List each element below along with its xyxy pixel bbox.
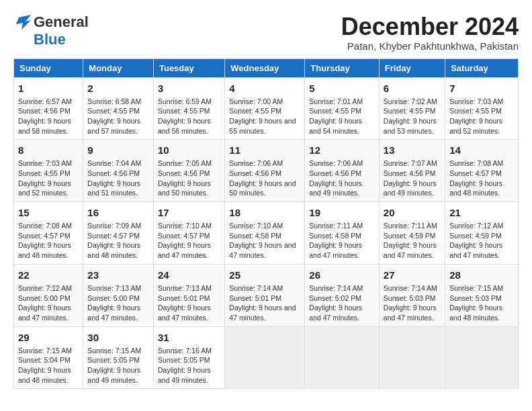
logo: General Blue <box>13 13 89 48</box>
calendar-cell: 3Sunrise: 6:59 AMSunset: 4:55 PMDaylight… <box>153 77 224 140</box>
day-number: 27 <box>384 268 441 282</box>
day-info: Sunrise: 7:09 AMSunset: 4:57 PMDaylight:… <box>87 222 141 259</box>
day-info: Sunrise: 7:07 AMSunset: 4:56 PMDaylight:… <box>384 159 437 197</box>
day-number: 7 <box>449 81 514 95</box>
calendar-cell: 12Sunrise: 7:06 AMSunset: 4:56 PMDayligh… <box>305 140 380 202</box>
day-info: Sunrise: 7:14 AMSunset: 5:01 PMDaylight:… <box>229 284 296 322</box>
calendar-cell <box>379 326 445 389</box>
col-friday: Friday <box>379 58 445 77</box>
day-info: Sunrise: 7:15 AMSunset: 5:05 PMDaylight:… <box>87 347 141 384</box>
day-info: Sunrise: 6:57 AMSunset: 4:56 PMDaylight:… <box>18 97 72 135</box>
calendar-cell: 2Sunrise: 6:58 AMSunset: 4:55 PMDaylight… <box>83 77 154 140</box>
day-number: 26 <box>309 268 375 282</box>
day-number: 24 <box>158 268 220 282</box>
logo-text-blue: Blue <box>34 31 66 48</box>
calendar-cell <box>305 326 380 389</box>
logo-icon <box>13 15 31 30</box>
day-number: 20 <box>384 205 441 220</box>
day-number: 13 <box>384 143 441 157</box>
calendar-cell: 16Sunrise: 7:09 AMSunset: 4:57 PMDayligh… <box>83 202 154 265</box>
calendar-cell: 21Sunrise: 7:12 AMSunset: 4:59 PMDayligh… <box>445 202 519 265</box>
calendar-cell: 19Sunrise: 7:11 AMSunset: 4:58 PMDayligh… <box>305 202 380 265</box>
calendar-cell: 9Sunrise: 7:04 AMSunset: 4:56 PMDaylight… <box>83 140 154 202</box>
day-info: Sunrise: 7:12 AMSunset: 5:00 PMDaylight:… <box>18 284 72 322</box>
title-block: December 2024 Patan, Khyber Pakhtunkhwa,… <box>341 13 519 52</box>
day-number: 9 <box>87 143 149 157</box>
calendar-cell: 31Sunrise: 7:16 AMSunset: 5:05 PMDayligh… <box>153 326 224 389</box>
day-info: Sunrise: 7:11 AMSunset: 4:59 PMDaylight:… <box>384 222 437 259</box>
day-info: Sunrise: 7:14 AMSunset: 5:02 PMDaylight:… <box>309 284 363 322</box>
calendar-cell: 15Sunrise: 7:08 AMSunset: 4:57 PMDayligh… <box>14 202 83 265</box>
calendar-cell: 26Sunrise: 7:14 AMSunset: 5:02 PMDayligh… <box>305 264 380 326</box>
calendar-cell: 20Sunrise: 7:11 AMSunset: 4:59 PMDayligh… <box>379 202 445 265</box>
day-info: Sunrise: 7:13 AMSunset: 5:01 PMDaylight:… <box>158 284 212 322</box>
day-number: 8 <box>18 143 79 157</box>
calendar-cell: 18Sunrise: 7:10 AMSunset: 4:58 PMDayligh… <box>225 202 305 265</box>
calendar-cell: 13Sunrise: 7:07 AMSunset: 4:56 PMDayligh… <box>379 140 445 202</box>
col-thursday: Thursday <box>305 58 380 77</box>
day-info: Sunrise: 7:01 AMSunset: 4:55 PMDaylight:… <box>309 97 363 135</box>
svg-marker-0 <box>16 15 31 30</box>
calendar-cell: 25Sunrise: 7:14 AMSunset: 5:01 PMDayligh… <box>225 264 305 326</box>
calendar-week-3: 15Sunrise: 7:08 AMSunset: 4:57 PMDayligh… <box>14 202 519 265</box>
calendar-cell <box>225 326 305 389</box>
calendar-cell: 22Sunrise: 7:12 AMSunset: 5:00 PMDayligh… <box>14 264 83 326</box>
day-info: Sunrise: 7:08 AMSunset: 4:57 PMDaylight:… <box>449 159 503 197</box>
day-info: Sunrise: 7:04 AMSunset: 4:56 PMDaylight:… <box>87 159 141 197</box>
day-info: Sunrise: 7:12 AMSunset: 4:59 PMDaylight:… <box>449 222 503 259</box>
day-number: 22 <box>18 268 79 282</box>
day-info: Sunrise: 6:58 AMSunset: 4:55 PMDaylight:… <box>87 97 141 135</box>
day-number: 17 <box>158 205 220 220</box>
day-number: 6 <box>384 81 441 95</box>
day-number: 10 <box>158 143 220 157</box>
calendar-cell: 28Sunrise: 7:15 AMSunset: 5:03 PMDayligh… <box>445 264 519 326</box>
day-number: 12 <box>309 143 375 157</box>
col-wednesday: Wednesday <box>225 58 305 77</box>
col-monday: Monday <box>83 58 154 77</box>
day-info: Sunrise: 7:10 AMSunset: 4:58 PMDaylight:… <box>229 222 296 259</box>
day-info: Sunrise: 7:16 AMSunset: 5:05 PMDaylight:… <box>158 347 212 384</box>
day-number: 18 <box>229 205 300 220</box>
day-info: Sunrise: 7:15 AMSunset: 5:04 PMDaylight:… <box>18 347 72 384</box>
col-tuesday: Tuesday <box>153 58 224 77</box>
day-number: 1 <box>18 81 79 95</box>
calendar-table: Sunday Monday Tuesday Wednesday Thursday… <box>13 58 519 390</box>
calendar-cell: 7Sunrise: 7:03 AMSunset: 4:55 PMDaylight… <box>445 77 519 140</box>
day-info: Sunrise: 7:10 AMSunset: 4:57 PMDaylight:… <box>158 222 212 259</box>
day-info: Sunrise: 6:59 AMSunset: 4:55 PMDaylight:… <box>158 97 212 135</box>
day-number: 3 <box>158 81 220 95</box>
page-header: General Blue December 2024 Patan, Khyber… <box>13 13 519 52</box>
day-info: Sunrise: 7:02 AMSunset: 4:55 PMDaylight:… <box>384 97 437 135</box>
day-number: 23 <box>87 268 149 282</box>
day-info: Sunrise: 7:06 AMSunset: 4:56 PMDaylight:… <box>309 159 363 197</box>
day-info: Sunrise: 7:11 AMSunset: 4:58 PMDaylight:… <box>309 222 363 259</box>
day-number: 4 <box>229 81 300 95</box>
col-saturday: Saturday <box>445 58 519 77</box>
logo-text-general: General <box>34 13 89 31</box>
calendar-week-4: 22Sunrise: 7:12 AMSunset: 5:00 PMDayligh… <box>14 264 519 326</box>
calendar-cell <box>445 326 519 389</box>
day-number: 15 <box>18 205 79 220</box>
calendar-cell: 17Sunrise: 7:10 AMSunset: 4:57 PMDayligh… <box>153 202 224 265</box>
month-title: December 2024 <box>341 13 519 40</box>
day-info: Sunrise: 7:15 AMSunset: 5:03 PMDaylight:… <box>449 284 503 322</box>
location-subtitle: Patan, Khyber Pakhtunkhwa, Pakistan <box>341 40 519 52</box>
calendar-week-1: 1Sunrise: 6:57 AMSunset: 4:56 PMDaylight… <box>14 77 519 140</box>
calendar-cell: 11Sunrise: 7:06 AMSunset: 4:56 PMDayligh… <box>225 140 305 202</box>
day-number: 21 <box>449 205 514 220</box>
day-info: Sunrise: 7:13 AMSunset: 5:00 PMDaylight:… <box>87 284 141 322</box>
day-info: Sunrise: 7:14 AMSunset: 5:03 PMDaylight:… <box>384 284 437 322</box>
calendar-cell: 1Sunrise: 6:57 AMSunset: 4:56 PMDaylight… <box>14 77 83 140</box>
calendar-cell: 27Sunrise: 7:14 AMSunset: 5:03 PMDayligh… <box>379 264 445 326</box>
day-info: Sunrise: 7:08 AMSunset: 4:57 PMDaylight:… <box>18 222 72 259</box>
day-number: 25 <box>229 268 300 282</box>
col-sunday: Sunday <box>14 58 83 77</box>
day-info: Sunrise: 7:00 AMSunset: 4:55 PMDaylight:… <box>229 97 296 135</box>
calendar-cell: 5Sunrise: 7:01 AMSunset: 4:55 PMDaylight… <box>305 77 380 140</box>
day-info: Sunrise: 7:03 AMSunset: 4:55 PMDaylight:… <box>18 159 72 197</box>
day-number: 30 <box>87 330 149 345</box>
calendar-body: 1Sunrise: 6:57 AMSunset: 4:56 PMDaylight… <box>14 77 519 389</box>
header-row: Sunday Monday Tuesday Wednesday Thursday… <box>14 58 519 77</box>
calendar-week-5: 29Sunrise: 7:15 AMSunset: 5:04 PMDayligh… <box>14 326 519 389</box>
day-number: 28 <box>449 268 514 282</box>
